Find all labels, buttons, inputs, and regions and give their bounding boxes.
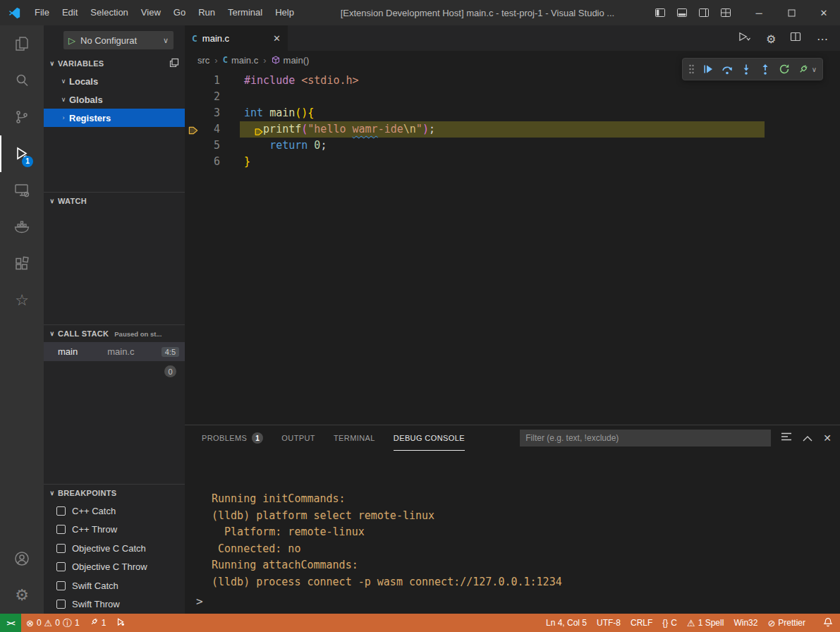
checkbox-unchecked[interactable] — [56, 506, 66, 516]
more-actions-icon[interactable]: ⋯ — [813, 31, 829, 45]
call-stack-status: Paused on st... — [114, 330, 162, 338]
menu-view[interactable]: View — [135, 0, 167, 25]
code-text: } — [244, 154, 250, 170]
symbol-method-icon — [272, 56, 280, 64]
console-filter-input[interactable] — [520, 430, 771, 446]
variables-item-globals[interactable]: ∨Globals — [44, 90, 185, 109]
menu-go[interactable]: Go — [167, 0, 192, 25]
stack-frame-row[interactable]: main main.c 4:5 — [44, 342, 185, 361]
gutter-spacer — [220, 154, 244, 170]
chevron-down-icon[interactable]: ∨ — [812, 66, 817, 73]
checkbox-unchecked[interactable] — [56, 581, 66, 590]
breakpoint-item-swift-catch[interactable]: Swift Catch — [44, 576, 185, 595]
split-editor-icon[interactable] — [790, 31, 801, 45]
call-stack-count-badge: 0 — [164, 365, 176, 377]
breadcrumb-item-main-c[interactable]: Cmain.c — [223, 55, 259, 66]
code-line-2[interactable]: 2 — [185, 89, 840, 105]
step-into-icon[interactable] — [741, 63, 752, 75]
menu-terminal[interactable]: Terminal — [221, 0, 269, 25]
panel-tab-problems[interactable]: PROBLEMS1 — [202, 425, 263, 451]
ports-status[interactable]: 1 — [85, 614, 111, 632]
maximize-button[interactable] — [775, 0, 808, 25]
breakpoint-item-c-throw[interactable]: C++ Throw — [44, 521, 185, 540]
console-options-icon[interactable] — [781, 432, 792, 444]
toggle-secondary-sidebar-icon[interactable] — [698, 7, 710, 18]
code-editor[interactable]: 1#include <stdio.h>23int main(){4 printf… — [185, 69, 840, 425]
code-line-5[interactable]: 5 return 0; — [185, 138, 840, 154]
console-input-prompt[interactable]: > — [196, 595, 203, 608]
step-over-icon[interactable] — [722, 63, 733, 75]
variables-item-label: Registers — [69, 113, 111, 123]
breadcrumb-item-src[interactable]: src — [197, 55, 209, 66]
panel-tab-terminal[interactable]: TERMINAL — [334, 425, 375, 451]
line-number: 6 — [200, 154, 220, 170]
explorer-icon[interactable] — [0, 25, 44, 62]
minimize-button[interactable]: ─ — [743, 0, 775, 25]
code-line-4[interactable]: 4 printf("hello wamr-ide\n"); — [185, 121, 840, 138]
continue-icon[interactable] — [702, 63, 714, 75]
vscode-logo-icon — [0, 7, 28, 19]
checkbox-unchecked[interactable] — [56, 600, 66, 609]
menu-help[interactable]: Help — [269, 0, 300, 25]
variables-section-header[interactable]: ∨ VARIABLES — [44, 55, 185, 72]
source-control-icon[interactable] — [0, 99, 44, 135]
breakpoints-section-header[interactable]: ∨ BREAKPOINTS — [44, 485, 185, 502]
remote-indicator[interactable]: >< — [0, 614, 21, 632]
customize-layout-icon[interactable] — [720, 7, 731, 18]
toggle-sidebar-icon[interactable] — [655, 7, 666, 18]
toolbar-grip-icon[interactable] — [688, 63, 695, 75]
breadcrumb-item-main[interactable]: main() — [272, 55, 310, 66]
checkbox-unchecked[interactable] — [56, 562, 66, 571]
close-panel-icon[interactable]: ✕ — [823, 432, 832, 444]
watch-section-header[interactable]: ∨ WATCH — [44, 193, 185, 209]
disconnect-icon[interactable] — [798, 63, 809, 75]
maximize-panel-icon[interactable] — [803, 432, 812, 444]
settings-gear-icon[interactable]: ⚙ — [0, 577, 44, 614]
editor-settings-gear-icon[interactable]: ⚙ — [762, 31, 778, 45]
variables-item-registers[interactable]: ›Registers — [44, 109, 185, 127]
search-icon[interactable] — [0, 62, 44, 99]
star-icon[interactable]: ☆ — [0, 282, 44, 319]
problems-status[interactable]: ⊗ 0 ⚠ 0 ⓘ 1 — [21, 614, 85, 632]
toggle-panel-icon[interactable] — [676, 7, 688, 18]
code-text: #include <stdio.h> — [244, 73, 359, 89]
menu-edit[interactable]: Edit — [56, 0, 84, 25]
call-stack-section-header[interactable]: ∨ CALL STACK Paused on st... — [44, 325, 185, 342]
menu-selection[interactable]: Selection — [84, 0, 134, 25]
close-button[interactable]: ✕ — [808, 0, 840, 25]
stack-frame-position-badge: 4:5 — [162, 347, 179, 357]
code-line-6[interactable]: 6} — [185, 154, 840, 170]
run-and-debug-icon[interactable]: 1 — [0, 135, 44, 172]
breadcrumb-label: main() — [284, 55, 310, 66]
tab-main-c[interactable]: C main.c ✕ — [185, 25, 288, 51]
breakpoint-label: Objective C Throw — [72, 561, 147, 572]
breakpoint-item-swift-throw[interactable]: Swift Throw — [44, 595, 185, 614]
checkbox-unchecked[interactable] — [56, 525, 66, 534]
docker-icon[interactable] — [0, 209, 44, 245]
breakpoint-item-objective-c-throw[interactable]: Objective C Throw — [44, 558, 185, 577]
variables-item-locals[interactable]: ∨Locals — [44, 72, 185, 90]
extensions-icon[interactable] — [0, 245, 44, 282]
remote-explorer-icon[interactable] — [0, 172, 44, 209]
code-token: #include — [244, 74, 295, 87]
panel-tab-output[interactable]: OUTPUT — [281, 425, 315, 451]
checkbox-unchecked[interactable] — [56, 544, 66, 553]
debug-console-output[interactable]: Running initCommands:(lldb) platform sel… — [185, 451, 840, 624]
menu-file[interactable]: File — [28, 0, 56, 25]
restart-icon[interactable] — [779, 63, 790, 75]
breakpoint-item-objective-c-catch[interactable]: Objective C Catch — [44, 539, 185, 558]
panel-tab-debug-console[interactable]: DEBUG CONSOLE — [394, 425, 465, 451]
variables-actions-icon[interactable] — [169, 58, 179, 69]
debug-config-dropdown[interactable]: ▷ No Configurat ∨ — [63, 31, 174, 49]
tab-close-icon[interactable]: ✕ — [273, 33, 281, 44]
menu-run[interactable]: Run — [192, 0, 221, 25]
breakpoint-item-c-catch[interactable]: C++ Catch — [44, 502, 185, 521]
bottom-panel: PROBLEMS1OUTPUTTERMINALDEBUG CONSOLE ✕ R… — [185, 425, 840, 614]
code-line-3[interactable]: 3int main(){ — [185, 105, 840, 121]
breakpoint-label: Objective C Catch — [72, 543, 146, 554]
debug-status[interactable] — [111, 614, 130, 632]
accounts-icon[interactable] — [0, 540, 44, 577]
step-out-icon[interactable] — [760, 63, 771, 75]
start-debug-icon[interactable]: ▷ — [68, 35, 75, 46]
run-file-icon[interactable] — [738, 32, 750, 45]
